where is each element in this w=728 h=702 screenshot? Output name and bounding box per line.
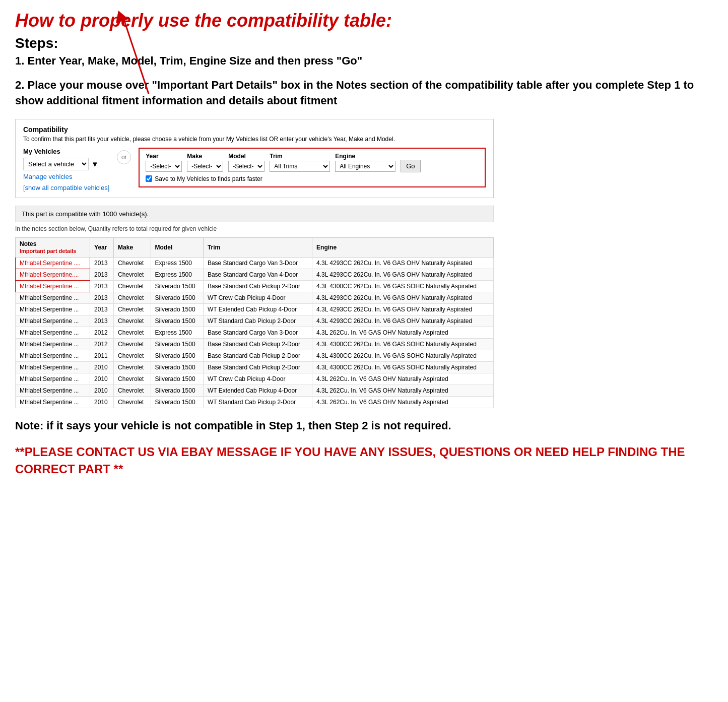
year-make-engine-section: Year -Select- Make -Select- Model xyxy=(139,148,486,187)
table-row: Mfrlabel:Serpentine ... 2013 Chevrolet S… xyxy=(16,303,494,315)
model-header: Model xyxy=(151,237,203,257)
model-cell: Silverado 1500 xyxy=(151,280,203,292)
engine-cell: 4.3L 4300CC 262Cu. In. V6 GAS SOHC Natur… xyxy=(312,338,494,350)
trim-cell: WT Extended Cab Pickup 4-Door xyxy=(203,303,312,315)
notes-cell: Mfrlabel:Serpentine ... xyxy=(16,280,90,292)
engine-label: Engine xyxy=(335,153,395,160)
engine-cell: 4.3L 262Cu. In. V6 GAS OHV Naturally Asp… xyxy=(312,327,494,338)
trim-cell: Base Standard Cab Pickup 2-Door xyxy=(203,361,312,373)
engine-cell: 4.3L 262Cu. In. V6 GAS OHV Naturally Asp… xyxy=(312,373,494,385)
notes-cell: Mfrlabel:Serpentine ... xyxy=(16,327,90,338)
notes-cell: Mfrlabel:Serpentine ... xyxy=(16,361,90,373)
table-row: Mfrlabel:Serpentine .... 2013 Chevrolet … xyxy=(16,257,494,269)
notes-header: Notes Important part details xyxy=(16,237,90,257)
table-row: Mfrlabel:Serpentine ... 2012 Chevrolet E… xyxy=(16,327,494,338)
model-cell: Silverado 1500 xyxy=(151,396,203,408)
year-cell: 2013 xyxy=(90,257,114,269)
quantity-note: In the notes section below, Quantity ref… xyxy=(15,225,713,232)
notes-cell: Mfrlabel:Serpentine .... xyxy=(16,257,90,269)
engine-cell: 4.3L 4293CC 262Cu. In. V6 GAS OHV Natura… xyxy=(312,303,494,315)
model-cell: Silverado 1500 xyxy=(151,338,203,350)
make-header: Make xyxy=(114,237,151,257)
show-all-link[interactable]: [show all compatible vehicles] xyxy=(23,184,109,192)
trim-select[interactable]: All Trims xyxy=(270,161,330,172)
make-cell: Chevrolet xyxy=(114,327,151,338)
year-cell: 2010 xyxy=(90,361,114,373)
compat-title: Compatibility xyxy=(23,125,486,134)
vehicle-select[interactable]: Select a vehicle xyxy=(23,158,89,170)
trim-cell: Base Standard Cab Pickup 2-Door xyxy=(203,350,312,361)
year-label: Year xyxy=(146,153,182,160)
notes-cell: Mfrlabel:Serpentine ... xyxy=(16,292,90,303)
svg-marker-1 xyxy=(116,11,128,23)
year-cell: 2010 xyxy=(90,396,114,408)
model-label: Model xyxy=(228,153,264,160)
make-cell: Chevrolet xyxy=(114,361,151,373)
trim-cell: WT Extended Cab Pickup 4-Door xyxy=(203,385,312,396)
engine-cell: 4.3L 4300CC 262Cu. In. V6 GAS SOHC Natur… xyxy=(312,361,494,373)
make-cell: Chevrolet xyxy=(114,315,151,327)
table-row: Mfrlabel:Serpentine ... 2013 Chevrolet S… xyxy=(16,315,494,327)
table-row: Mfrlabel:Serpentine ... 2013 Chevrolet S… xyxy=(16,292,494,303)
model-cell: Silverado 1500 xyxy=(151,373,203,385)
engine-select[interactable]: All Engines xyxy=(335,161,395,172)
table-row: Mfrlabel:Serpentine ... 2010 Chevrolet S… xyxy=(16,396,494,408)
go-button[interactable]: Go xyxy=(401,160,420,172)
trim-field: Trim All Trims xyxy=(270,153,330,172)
trim-cell: WT Standard Cab Pickup 2-Door xyxy=(203,396,312,408)
trim-cell: Base Standard Cab Pickup 2-Door xyxy=(203,338,312,350)
year-cell: 2013 xyxy=(90,269,114,280)
svg-line-0 xyxy=(123,18,149,94)
trim-header: Trim xyxy=(203,237,312,257)
save-checkbox[interactable] xyxy=(146,175,152,182)
make-cell: Chevrolet xyxy=(114,338,151,350)
make-cell: Chevrolet xyxy=(114,292,151,303)
engine-cell: 4.3L 4293CC 262Cu. In. V6 GAS OHV Natura… xyxy=(312,315,494,327)
note-text: Note: if it says your vehicle is not com… xyxy=(15,418,713,434)
notes-sub-label: Important part details xyxy=(20,248,76,254)
model-select[interactable]: -Select- xyxy=(228,161,264,172)
compat-subtitle: To confirm that this part fits your vehi… xyxy=(23,136,486,143)
manage-vehicles-link[interactable]: Manage vehicles xyxy=(23,173,109,180)
make-select[interactable]: -Select- xyxy=(187,161,223,172)
model-cell: Silverado 1500 xyxy=(151,315,203,327)
table-row: Mfrlabel:Serpentine ... 2010 Chevrolet S… xyxy=(16,385,494,396)
trim-label: Trim xyxy=(270,153,330,160)
model-cell: Express 1500 xyxy=(151,269,203,280)
make-cell: Chevrolet xyxy=(114,385,151,396)
make-cell: Chevrolet xyxy=(114,280,151,292)
model-cell: Express 1500 xyxy=(151,257,203,269)
table-row: Mfrlabel:Serpentine ... 2013 Chevrolet S… xyxy=(16,280,494,292)
make-cell: Chevrolet xyxy=(114,303,151,315)
model-cell: Silverado 1500 xyxy=(151,361,203,373)
notes-cell: Mfrlabel:Serpentine ... xyxy=(16,373,90,385)
year-cell: 2012 xyxy=(90,338,114,350)
make-label: Make xyxy=(187,153,223,160)
notes-label: Notes xyxy=(20,240,36,247)
engine-header: Engine xyxy=(312,237,494,257)
year-cell: 2013 xyxy=(90,315,114,327)
notes-cell: Mfrlabel:Serpentine ... xyxy=(16,350,90,361)
year-cell: 2010 xyxy=(90,385,114,396)
dropdown-arrow-icon: ▼ xyxy=(91,160,99,168)
table-row: Mfrlabel:Serpentine ... 2010 Chevrolet S… xyxy=(16,373,494,385)
my-vehicles-section: My Vehicles Select a vehicle ▼ Manage ve… xyxy=(23,148,109,192)
trim-cell: WT Crew Cab Pickup 4-Door xyxy=(203,292,312,303)
year-select[interactable]: -Select- xyxy=(146,161,182,172)
make-cell: Chevrolet xyxy=(114,350,151,361)
my-vehicles-label: My Vehicles xyxy=(23,148,109,155)
year-cell: 2013 xyxy=(90,280,114,292)
engine-cell: 4.3L 262Cu. In. V6 GAS OHV Naturally Asp… xyxy=(312,396,494,408)
year-cell: 2012 xyxy=(90,327,114,338)
notes-cell: Mfrlabel:Serpentine ... xyxy=(16,396,90,408)
engine-field: Engine All Engines xyxy=(335,153,395,172)
engine-cell: 4.3L 4293CC 262Cu. In. V6 GAS OHV Natura… xyxy=(312,257,494,269)
year-cell: 2010 xyxy=(90,373,114,385)
model-cell: Silverado 1500 xyxy=(151,385,203,396)
notes-cell: Mfrlabel:Serpentine ... xyxy=(16,385,90,396)
notes-cell: Mfrlabel:Serpentine ... xyxy=(16,315,90,327)
trim-cell: Base Standard Cargo Van 3-Door xyxy=(203,257,312,269)
engine-cell: 4.3L 4293CC 262Cu. In. V6 GAS OHV Natura… xyxy=(312,292,494,303)
notes-cell: Mfrlabel:Serpentine ... xyxy=(16,338,90,350)
model-cell: Silverado 1500 xyxy=(151,303,203,315)
